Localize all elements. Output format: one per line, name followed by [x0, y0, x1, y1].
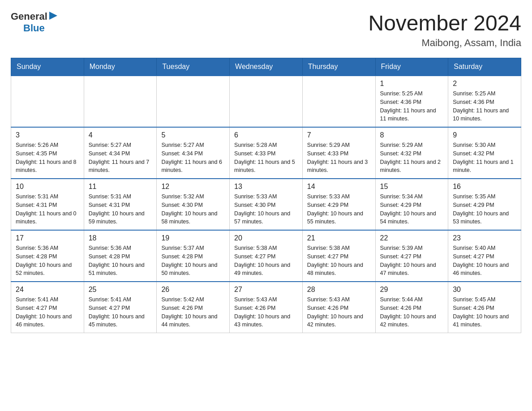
- calendar-cell: 30Sunrise: 5:45 AM Sunset: 4:26 PM Dayli…: [448, 282, 521, 333]
- day-number: 7: [307, 131, 371, 139]
- day-number: 16: [453, 183, 516, 191]
- calendar-cell: 7Sunrise: 5:29 AM Sunset: 4:33 PM Daylig…: [302, 127, 375, 179]
- day-info: Sunrise: 5:30 AM Sunset: 4:32 PM Dayligh…: [453, 141, 516, 175]
- day-number: 23: [453, 234, 516, 242]
- day-info: Sunrise: 5:32 AM Sunset: 4:30 PM Dayligh…: [161, 193, 225, 226]
- calendar-cell: 15Sunrise: 5:34 AM Sunset: 4:29 PM Dayli…: [375, 179, 448, 230]
- day-number: 6: [234, 131, 298, 139]
- calendar-cell: 12Sunrise: 5:32 AM Sunset: 4:30 PM Dayli…: [157, 179, 230, 230]
- day-info: Sunrise: 5:28 AM Sunset: 4:33 PM Dayligh…: [234, 141, 298, 175]
- title-section: November 2024 Maibong, Assam, India: [368, 11, 521, 49]
- calendar-cell: [11, 76, 84, 127]
- day-of-week-header: Monday: [84, 58, 157, 76]
- calendar-week-row: 10Sunrise: 5:31 AM Sunset: 4:31 PM Dayli…: [11, 179, 521, 230]
- day-of-week-header: Thursday: [302, 58, 375, 76]
- calendar-cell: 5Sunrise: 5:27 AM Sunset: 4:34 PM Daylig…: [157, 127, 230, 179]
- calendar-cell: 8Sunrise: 5:29 AM Sunset: 4:32 PM Daylig…: [375, 127, 448, 179]
- calendar-cell: 9Sunrise: 5:30 AM Sunset: 4:32 PM Daylig…: [448, 127, 521, 179]
- day-info: Sunrise: 5:45 AM Sunset: 4:26 PM Dayligh…: [453, 295, 516, 329]
- day-info: Sunrise: 5:36 AM Sunset: 4:28 PM Dayligh…: [16, 244, 79, 278]
- day-number: 21: [307, 234, 371, 242]
- calendar-cell: 22Sunrise: 5:39 AM Sunset: 4:27 PM Dayli…: [375, 230, 448, 282]
- calendar-cell: 28Sunrise: 5:43 AM Sunset: 4:26 PM Dayli…: [302, 282, 375, 333]
- day-info: Sunrise: 5:25 AM Sunset: 4:36 PM Dayligh…: [453, 90, 516, 123]
- calendar-cell: 20Sunrise: 5:38 AM Sunset: 4:27 PM Dayli…: [230, 230, 303, 282]
- page-header: General Blue November 2024 Maibong, Assa…: [11, 11, 521, 49]
- calendar-cell: 25Sunrise: 5:41 AM Sunset: 4:27 PM Dayli…: [84, 282, 157, 333]
- day-number: 9: [453, 131, 516, 139]
- day-number: 1: [380, 80, 444, 88]
- svg-marker-0: [49, 12, 57, 20]
- day-number: 12: [161, 183, 225, 191]
- calendar-cell: 6Sunrise: 5:28 AM Sunset: 4:33 PM Daylig…: [230, 127, 303, 179]
- day-number: 10: [16, 183, 79, 191]
- day-number: 11: [89, 183, 152, 191]
- month-year-title: November 2024: [368, 11, 521, 35]
- day-info: Sunrise: 5:27 AM Sunset: 4:34 PM Dayligh…: [89, 141, 152, 175]
- day-number: 26: [161, 286, 225, 294]
- calendar-week-row: 17Sunrise: 5:36 AM Sunset: 4:28 PM Dayli…: [11, 230, 521, 282]
- calendar-cell: 13Sunrise: 5:33 AM Sunset: 4:30 PM Dayli…: [230, 179, 303, 230]
- calendar-cell: 4Sunrise: 5:27 AM Sunset: 4:34 PM Daylig…: [84, 127, 157, 179]
- calendar-cell: 3Sunrise: 5:26 AM Sunset: 4:35 PM Daylig…: [11, 127, 84, 179]
- calendar-cell: 24Sunrise: 5:41 AM Sunset: 4:27 PM Dayli…: [11, 282, 84, 333]
- calendar-cell: 1Sunrise: 5:25 AM Sunset: 4:36 PM Daylig…: [375, 76, 448, 127]
- calendar-cell: 17Sunrise: 5:36 AM Sunset: 4:28 PM Dayli…: [11, 230, 84, 282]
- day-info: Sunrise: 5:33 AM Sunset: 4:30 PM Dayligh…: [234, 193, 298, 226]
- logo-arrow-icon: [48, 11, 58, 21]
- calendar-cell: 19Sunrise: 5:37 AM Sunset: 4:28 PM Dayli…: [157, 230, 230, 282]
- day-info: Sunrise: 5:41 AM Sunset: 4:27 PM Dayligh…: [16, 295, 79, 329]
- calendar-cell: 2Sunrise: 5:25 AM Sunset: 4:36 PM Daylig…: [448, 76, 521, 127]
- day-number: 2: [453, 80, 516, 88]
- day-number: 4: [89, 131, 152, 139]
- day-info: Sunrise: 5:27 AM Sunset: 4:34 PM Dayligh…: [161, 141, 225, 175]
- calendar-cell: 14Sunrise: 5:33 AM Sunset: 4:29 PM Dayli…: [302, 179, 375, 230]
- day-number: 28: [307, 286, 371, 294]
- day-number: 22: [380, 234, 444, 242]
- day-info: Sunrise: 5:38 AM Sunset: 4:27 PM Dayligh…: [234, 244, 298, 278]
- day-info: Sunrise: 5:35 AM Sunset: 4:29 PM Dayligh…: [453, 193, 516, 226]
- calendar-cell: 29Sunrise: 5:44 AM Sunset: 4:26 PM Dayli…: [375, 282, 448, 333]
- calendar-cell: 11Sunrise: 5:31 AM Sunset: 4:31 PM Dayli…: [84, 179, 157, 230]
- day-info: Sunrise: 5:42 AM Sunset: 4:26 PM Dayligh…: [161, 295, 225, 329]
- day-info: Sunrise: 5:25 AM Sunset: 4:36 PM Dayligh…: [380, 90, 444, 123]
- day-info: Sunrise: 5:37 AM Sunset: 4:28 PM Dayligh…: [161, 244, 225, 278]
- calendar-header-row: SundayMondayTuesdayWednesdayThursdayFrid…: [11, 58, 521, 76]
- calendar-cell: 27Sunrise: 5:43 AM Sunset: 4:26 PM Dayli…: [230, 282, 303, 333]
- calendar-week-row: 24Sunrise: 5:41 AM Sunset: 4:27 PM Dayli…: [11, 282, 521, 333]
- calendar-cell: [230, 76, 303, 127]
- calendar-week-row: 1Sunrise: 5:25 AM Sunset: 4:36 PM Daylig…: [11, 76, 521, 127]
- day-of-week-header: Wednesday: [230, 58, 303, 76]
- day-info: Sunrise: 5:43 AM Sunset: 4:26 PM Dayligh…: [307, 295, 371, 329]
- day-info: Sunrise: 5:26 AM Sunset: 4:35 PM Dayligh…: [16, 141, 79, 175]
- day-info: Sunrise: 5:29 AM Sunset: 4:33 PM Dayligh…: [307, 141, 371, 175]
- day-info: Sunrise: 5:39 AM Sunset: 4:27 PM Dayligh…: [380, 244, 444, 278]
- day-info: Sunrise: 5:31 AM Sunset: 4:31 PM Dayligh…: [16, 193, 79, 226]
- calendar-cell: 18Sunrise: 5:36 AM Sunset: 4:28 PM Dayli…: [84, 230, 157, 282]
- day-number: 24: [16, 286, 79, 294]
- calendar-cell: 21Sunrise: 5:38 AM Sunset: 4:27 PM Dayli…: [302, 230, 375, 282]
- day-info: Sunrise: 5:33 AM Sunset: 4:29 PM Dayligh…: [307, 193, 371, 226]
- day-number: 14: [307, 183, 371, 191]
- day-number: 20: [234, 234, 298, 242]
- day-of-week-header: Tuesday: [157, 58, 230, 76]
- day-info: Sunrise: 5:41 AM Sunset: 4:27 PM Dayligh…: [89, 295, 152, 329]
- day-number: 17: [16, 234, 79, 242]
- day-of-week-header: Saturday: [448, 58, 521, 76]
- day-number: 15: [380, 183, 444, 191]
- day-info: Sunrise: 5:43 AM Sunset: 4:26 PM Dayligh…: [234, 295, 298, 329]
- day-info: Sunrise: 5:29 AM Sunset: 4:32 PM Dayligh…: [380, 141, 444, 175]
- logo: General Blue: [11, 11, 58, 34]
- day-number: 25: [89, 286, 152, 294]
- calendar-cell: 23Sunrise: 5:40 AM Sunset: 4:27 PM Dayli…: [448, 230, 521, 282]
- calendar-cell: 10Sunrise: 5:31 AM Sunset: 4:31 PM Dayli…: [11, 179, 84, 230]
- day-of-week-header: Sunday: [11, 58, 84, 76]
- day-of-week-header: Friday: [375, 58, 448, 76]
- day-number: 29: [380, 286, 444, 294]
- calendar-cell: [302, 76, 375, 127]
- calendar-cell: 16Sunrise: 5:35 AM Sunset: 4:29 PM Dayli…: [448, 179, 521, 230]
- day-number: 8: [380, 131, 444, 139]
- day-info: Sunrise: 5:34 AM Sunset: 4:29 PM Dayligh…: [380, 193, 444, 226]
- day-info: Sunrise: 5:31 AM Sunset: 4:31 PM Dayligh…: [89, 193, 152, 226]
- day-info: Sunrise: 5:36 AM Sunset: 4:28 PM Dayligh…: [89, 244, 152, 278]
